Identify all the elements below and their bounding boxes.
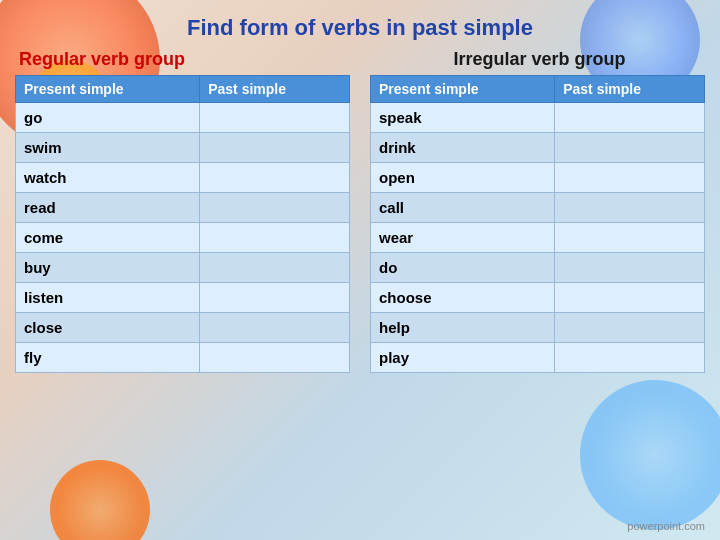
table-row: listen bbox=[16, 283, 350, 313]
present-simple-cell: call bbox=[371, 193, 555, 223]
table-row: wear bbox=[371, 223, 705, 253]
table-row: play bbox=[371, 343, 705, 373]
regular-verb-group: Regular verb group Present simple Past s… bbox=[15, 49, 350, 373]
present-simple-cell: drink bbox=[371, 133, 555, 163]
regular-verb-table: Present simple Past simple go swim watch… bbox=[15, 75, 350, 373]
regular-past-simple-header: Past simple bbox=[200, 76, 350, 103]
present-simple-cell: play bbox=[371, 343, 555, 373]
table-row: read bbox=[16, 193, 350, 223]
table-row: swim bbox=[16, 133, 350, 163]
past-simple-cell[interactable] bbox=[555, 163, 705, 193]
table-row: open bbox=[371, 163, 705, 193]
past-simple-cell[interactable] bbox=[200, 103, 350, 133]
past-simple-cell[interactable] bbox=[555, 223, 705, 253]
irregular-past-simple-header: Past simple bbox=[555, 76, 705, 103]
past-simple-cell[interactable] bbox=[555, 313, 705, 343]
present-simple-cell: swim bbox=[16, 133, 200, 163]
present-simple-cell: listen bbox=[16, 283, 200, 313]
present-simple-cell: do bbox=[371, 253, 555, 283]
table-row: go bbox=[16, 103, 350, 133]
past-simple-cell[interactable] bbox=[200, 313, 350, 343]
present-simple-cell: open bbox=[371, 163, 555, 193]
present-simple-cell: fly bbox=[16, 343, 200, 373]
table-row: close bbox=[16, 313, 350, 343]
table-row: do bbox=[371, 253, 705, 283]
past-simple-cell[interactable] bbox=[555, 193, 705, 223]
irregular-group-title: Irregular verb group bbox=[370, 49, 705, 70]
past-simple-cell[interactable] bbox=[555, 253, 705, 283]
irregular-verb-group: Irregular verb group Present simple Past… bbox=[370, 49, 705, 373]
present-simple-cell: choose bbox=[371, 283, 555, 313]
present-simple-cell: read bbox=[16, 193, 200, 223]
present-simple-cell: wear bbox=[371, 223, 555, 253]
watermark: powerpoint.com bbox=[627, 520, 705, 532]
table-row: fly bbox=[16, 343, 350, 373]
past-simple-cell[interactable] bbox=[200, 223, 350, 253]
present-simple-cell: go bbox=[16, 103, 200, 133]
past-simple-cell[interactable] bbox=[200, 163, 350, 193]
past-simple-cell[interactable] bbox=[200, 343, 350, 373]
present-simple-cell: watch bbox=[16, 163, 200, 193]
past-simple-cell[interactable] bbox=[200, 283, 350, 313]
past-simple-cell[interactable] bbox=[200, 253, 350, 283]
present-simple-cell: come bbox=[16, 223, 200, 253]
past-simple-cell[interactable] bbox=[555, 133, 705, 163]
table-row: speak bbox=[371, 103, 705, 133]
table-row: call bbox=[371, 193, 705, 223]
present-simple-cell: speak bbox=[371, 103, 555, 133]
table-row: drink bbox=[371, 133, 705, 163]
irregular-verb-table: Present simple Past simple speak drink o… bbox=[370, 75, 705, 373]
regular-group-title: Regular verb group bbox=[15, 49, 350, 70]
table-row: choose bbox=[371, 283, 705, 313]
present-simple-cell: help bbox=[371, 313, 555, 343]
page-title: Find form of verbs in past simple bbox=[15, 10, 705, 41]
present-simple-cell: buy bbox=[16, 253, 200, 283]
past-simple-cell[interactable] bbox=[200, 133, 350, 163]
table-row: come bbox=[16, 223, 350, 253]
past-simple-cell[interactable] bbox=[555, 343, 705, 373]
present-simple-cell: close bbox=[16, 313, 200, 343]
past-simple-cell[interactable] bbox=[200, 193, 350, 223]
past-simple-cell[interactable] bbox=[555, 283, 705, 313]
table-row: watch bbox=[16, 163, 350, 193]
irregular-present-simple-header: Present simple bbox=[371, 76, 555, 103]
table-row: buy bbox=[16, 253, 350, 283]
regular-present-simple-header: Present simple bbox=[16, 76, 200, 103]
past-simple-cell[interactable] bbox=[555, 103, 705, 133]
table-row: help bbox=[371, 313, 705, 343]
